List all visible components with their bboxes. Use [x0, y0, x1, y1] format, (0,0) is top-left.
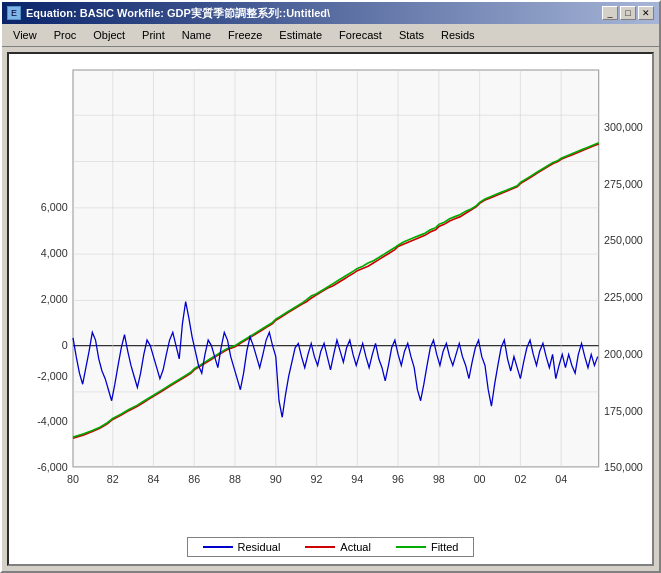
svg-text:225,000: 225,000: [604, 291, 643, 303]
menu-resids[interactable]: Resids: [433, 26, 483, 44]
svg-text:150,000: 150,000: [604, 461, 643, 473]
svg-text:4,000: 4,000: [41, 247, 68, 259]
menu-object[interactable]: Object: [85, 26, 133, 44]
svg-text:300,000: 300,000: [604, 121, 643, 133]
content-area: -6,000 -4,000 -2,000 0 2,000 4,000 6,000…: [7, 52, 654, 566]
legend-residual: Residual: [203, 541, 281, 553]
svg-text:-4,000: -4,000: [37, 415, 67, 427]
svg-text:275,000: 275,000: [604, 178, 643, 190]
window-icon: E: [7, 6, 21, 20]
main-chart-svg: -6,000 -4,000 -2,000 0 2,000 4,000 6,000…: [14, 59, 647, 533]
fitted-label: Fitted: [431, 541, 459, 553]
title-bar-left: E Equation: BASIC Workfile: GDP実質季節調整系列:…: [7, 6, 330, 21]
close-button[interactable]: ✕: [638, 6, 654, 20]
svg-rect-0: [73, 70, 599, 467]
window-title: Equation: BASIC Workfile: GDP実質季節調整系列::U…: [26, 6, 330, 21]
menu-name[interactable]: Name: [174, 26, 219, 44]
svg-text:88: 88: [229, 473, 241, 485]
actual-line-icon: [305, 546, 335, 548]
svg-text:92: 92: [311, 473, 323, 485]
residual-label: Residual: [238, 541, 281, 553]
svg-text:250,000: 250,000: [604, 234, 643, 246]
svg-text:90: 90: [270, 473, 282, 485]
chart-container: -6,000 -4,000 -2,000 0 2,000 4,000 6,000…: [14, 59, 647, 559]
menu-freeze[interactable]: Freeze: [220, 26, 270, 44]
icon-label: E: [11, 8, 17, 18]
residual-line-icon: [203, 546, 233, 548]
actual-label: Actual: [340, 541, 371, 553]
svg-text:02: 02: [514, 473, 526, 485]
svg-text:6,000: 6,000: [41, 201, 68, 213]
menu-proc[interactable]: Proc: [46, 26, 85, 44]
maximize-button[interactable]: □: [620, 6, 636, 20]
svg-text:200,000: 200,000: [604, 348, 643, 360]
svg-text:84: 84: [148, 473, 160, 485]
svg-text:-6,000: -6,000: [37, 461, 67, 473]
title-bar: E Equation: BASIC Workfile: GDP実質季節調整系列:…: [2, 2, 659, 24]
minimize-button[interactable]: _: [602, 6, 618, 20]
legend-actual: Actual: [305, 541, 371, 553]
svg-text:175,000: 175,000: [604, 405, 643, 417]
svg-text:00: 00: [474, 473, 486, 485]
menu-bar: View Proc Object Print Name Freeze Estim…: [2, 24, 659, 47]
svg-text:94: 94: [351, 473, 363, 485]
svg-text:0: 0: [62, 339, 68, 351]
svg-text:82: 82: [107, 473, 119, 485]
menu-estimate[interactable]: Estimate: [271, 26, 330, 44]
menu-print[interactable]: Print: [134, 26, 173, 44]
svg-text:80: 80: [67, 473, 79, 485]
menu-stats[interactable]: Stats: [391, 26, 432, 44]
fitted-line-icon: [396, 546, 426, 548]
svg-text:86: 86: [188, 473, 200, 485]
main-window: E Equation: BASIC Workfile: GDP実質季節調整系列:…: [0, 0, 661, 573]
svg-text:96: 96: [392, 473, 404, 485]
chart-legend: Residual Actual Fitted: [187, 537, 475, 557]
title-buttons: _ □ ✕: [602, 6, 654, 20]
svg-text:2,000: 2,000: [41, 292, 68, 304]
menu-forecast[interactable]: Forecast: [331, 26, 390, 44]
chart-area: -6,000 -4,000 -2,000 0 2,000 4,000 6,000…: [14, 59, 647, 533]
svg-text:04: 04: [555, 473, 567, 485]
svg-text:-2,000: -2,000: [37, 370, 67, 382]
svg-text:98: 98: [433, 473, 445, 485]
menu-view[interactable]: View: [5, 26, 45, 44]
legend-fitted: Fitted: [396, 541, 459, 553]
